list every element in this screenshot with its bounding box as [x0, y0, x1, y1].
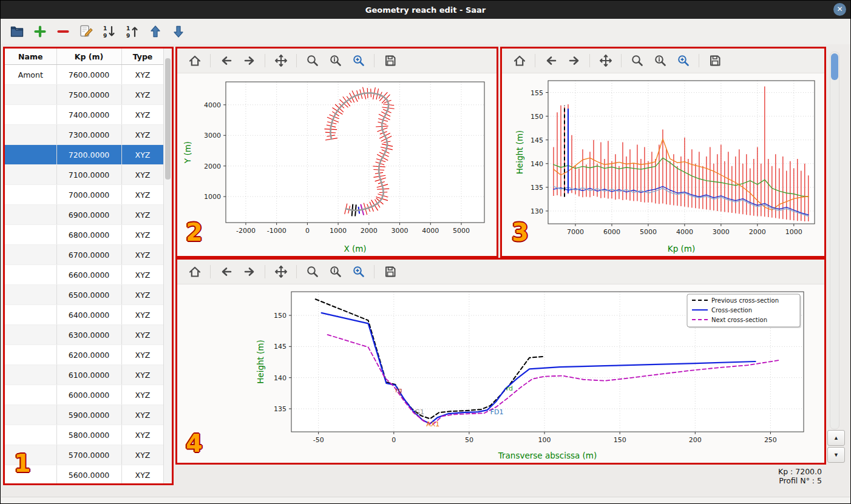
- cell-kp[interactable]: 6100.0000: [56, 365, 121, 385]
- table-row[interactable]: 6200.0000XYZ: [5, 345, 164, 365]
- cell-type[interactable]: XYZ: [121, 405, 164, 425]
- plot-zoom-rect-button[interactable]: [351, 53, 366, 69]
- cell-type[interactable]: XYZ: [121, 385, 164, 405]
- plot-forward-button[interactable]: [242, 264, 257, 280]
- plot-save-button[interactable]: [707, 53, 722, 69]
- cell-kp[interactable]: 7400.0000: [56, 105, 121, 125]
- table-row[interactable]: 7100.0000XYZ: [5, 165, 164, 185]
- plot-zoom-rect-button[interactable]: [676, 53, 691, 69]
- add-button[interactable]: [32, 24, 48, 40]
- plot-save-button[interactable]: [382, 53, 398, 69]
- table-row[interactable]: Amont7600.0000XYZ: [5, 65, 164, 85]
- plot-zoom-info-button[interactable]: [328, 53, 343, 69]
- window-scrollbar[interactable]: [830, 52, 839, 429]
- cell-kp[interactable]: 7500.0000: [56, 85, 121, 105]
- cell-name[interactable]: [5, 225, 56, 245]
- plot-forward-button[interactable]: [566, 53, 581, 69]
- cell-name[interactable]: Amont: [5, 65, 56, 85]
- cell-kp[interactable]: 6800.0000: [56, 225, 121, 245]
- cell-name[interactable]: [5, 425, 56, 445]
- table-row[interactable]: 7500.0000XYZ: [5, 85, 164, 105]
- cell-type[interactable]: XYZ: [121, 205, 164, 225]
- cell-name[interactable]: [5, 145, 56, 165]
- cross-section-plot[interactable]: -50050100150200250135140145150Transverse…: [177, 284, 824, 463]
- cell-name[interactable]: [5, 365, 56, 385]
- column-header-kp[interactable]: Kp (m): [56, 49, 121, 65]
- table-row[interactable]: 6800.0000XYZ: [5, 225, 164, 245]
- long-profile-plot[interactable]: 7000600050004000300020001000130135140145…: [502, 73, 824, 257]
- sort-descending-button[interactable]: 1 9: [124, 24, 140, 40]
- sort-ascending-button[interactable]: 1 9: [101, 24, 117, 40]
- plot-back-button[interactable]: [219, 264, 234, 280]
- cell-type[interactable]: XYZ: [121, 145, 164, 165]
- cell-type[interactable]: XYZ: [121, 225, 164, 245]
- cell-kp[interactable]: 5600.0000: [56, 465, 121, 485]
- plot-zoom-button[interactable]: [305, 264, 320, 280]
- table-row[interactable]: 5500.0000XYZ: [5, 485, 164, 486]
- column-header-name[interactable]: Name: [5, 49, 56, 65]
- table-row[interactable]: 7000.0000XYZ: [5, 185, 164, 205]
- cell-type[interactable]: XYZ: [121, 345, 164, 365]
- plot-zoom-button[interactable]: [629, 53, 645, 69]
- open-button[interactable]: [8, 24, 25, 40]
- plot-pan-button[interactable]: [273, 53, 288, 69]
- cell-name[interactable]: [5, 245, 56, 265]
- plot-save-button[interactable]: [382, 264, 398, 280]
- plot-pan-button[interactable]: [273, 264, 288, 280]
- table-row[interactable]: 6000.0000XYZ: [5, 385, 164, 405]
- plot-zoom-info-button[interactable]: [328, 264, 343, 280]
- cell-name[interactable]: [5, 125, 56, 145]
- cell-kp[interactable]: 7300.0000: [56, 125, 121, 145]
- cell-name[interactable]: [5, 305, 56, 325]
- plot-zoom-button[interactable]: [305, 53, 320, 69]
- table-row[interactable]: 6100.0000XYZ: [5, 365, 164, 385]
- cell-name[interactable]: [5, 165, 56, 185]
- table-row[interactable]: 7200.0000XYZ: [5, 145, 164, 165]
- cell-type[interactable]: XYZ: [121, 85, 164, 105]
- move-up-button[interactable]: [147, 24, 163, 40]
- cell-name[interactable]: [5, 105, 56, 125]
- cell-name[interactable]: [5, 485, 56, 486]
- cell-kp[interactable]: 6600.0000: [56, 265, 121, 285]
- cell-type[interactable]: XYZ: [121, 165, 164, 185]
- cell-kp[interactable]: 6400.0000: [56, 305, 121, 325]
- cell-kp[interactable]: 6200.0000: [56, 345, 121, 365]
- close-button[interactable]: ✕: [833, 3, 846, 16]
- cell-type[interactable]: XYZ: [121, 105, 164, 125]
- plot-forward-button[interactable]: [242, 53, 257, 69]
- plot-pan-button[interactable]: [598, 53, 613, 69]
- cell-name[interactable]: [5, 385, 56, 405]
- table-scrollbar-thumb[interactable]: [165, 58, 171, 180]
- plot-home-button[interactable]: [187, 53, 202, 69]
- cell-type[interactable]: XYZ: [121, 325, 164, 345]
- cell-kp[interactable]: 6300.0000: [56, 325, 121, 345]
- cell-kp[interactable]: 7000.0000: [56, 185, 121, 205]
- table-row[interactable]: 7400.0000XYZ: [5, 105, 164, 125]
- cell-name[interactable]: [5, 405, 56, 425]
- cell-name[interactable]: [5, 325, 56, 345]
- plot-home-button[interactable]: [187, 264, 202, 280]
- cell-kp[interactable]: 6900.0000: [56, 205, 121, 225]
- cell-name[interactable]: [5, 205, 56, 225]
- cell-name[interactable]: [5, 345, 56, 365]
- column-header-type[interactable]: Type: [121, 49, 164, 65]
- table-row[interactable]: 5900.0000XYZ: [5, 405, 164, 425]
- cell-name[interactable]: [5, 265, 56, 285]
- plan-view-plot[interactable]: -2000-1000010002000300040005000100020003…: [177, 73, 497, 257]
- table-row[interactable]: 6600.0000XYZ: [5, 265, 164, 285]
- cell-kp[interactable]: 5700.0000: [56, 445, 121, 465]
- table-row[interactable]: 5800.0000XYZ: [5, 425, 164, 445]
- table-row[interactable]: 6400.0000XYZ: [5, 305, 164, 325]
- cell-type[interactable]: XYZ: [121, 305, 164, 325]
- cell-kp[interactable]: 5900.0000: [56, 405, 121, 425]
- edit-button[interactable]: [78, 24, 94, 40]
- cell-type[interactable]: XYZ: [121, 125, 164, 145]
- cell-name[interactable]: [5, 85, 56, 105]
- window-scrollbar-thumb[interactable]: [831, 53, 838, 80]
- cell-kp[interactable]: 7200.0000: [56, 145, 121, 165]
- delete-button[interactable]: [55, 24, 71, 40]
- cell-name[interactable]: [5, 285, 56, 305]
- cell-kp[interactable]: 7100.0000: [56, 165, 121, 185]
- cell-type[interactable]: XYZ: [121, 365, 164, 385]
- cell-kp[interactable]: 5800.0000: [56, 425, 121, 445]
